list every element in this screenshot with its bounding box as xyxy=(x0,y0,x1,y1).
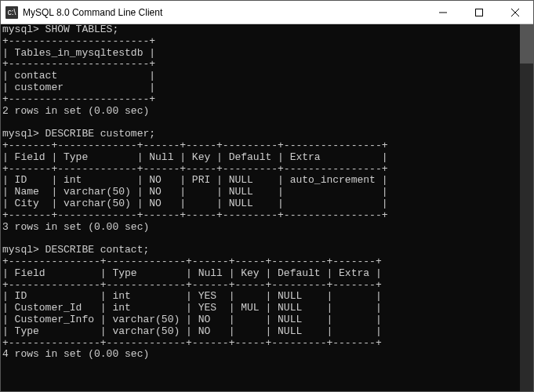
maximize-button[interactable] xyxy=(461,1,497,24)
terminal-output[interactable]: mysql> SHOW TABLES; +-------------------… xyxy=(1,24,520,392)
app-icon: c:\ xyxy=(5,6,18,19)
svg-rect-1 xyxy=(476,9,483,16)
window-title: MySQL 8.0 Command Line Client xyxy=(23,7,425,18)
terminal-container: mysql> SHOW TABLES; +-------------------… xyxy=(1,24,533,392)
scrollbar-track[interactable] xyxy=(520,24,533,392)
window-controls xyxy=(425,1,533,24)
close-button[interactable] xyxy=(497,1,533,24)
scrollbar-thumb[interactable] xyxy=(520,24,533,64)
window-titlebar: c:\ MySQL 8.0 Command Line Client xyxy=(1,1,533,24)
minimize-button[interactable] xyxy=(425,1,461,24)
